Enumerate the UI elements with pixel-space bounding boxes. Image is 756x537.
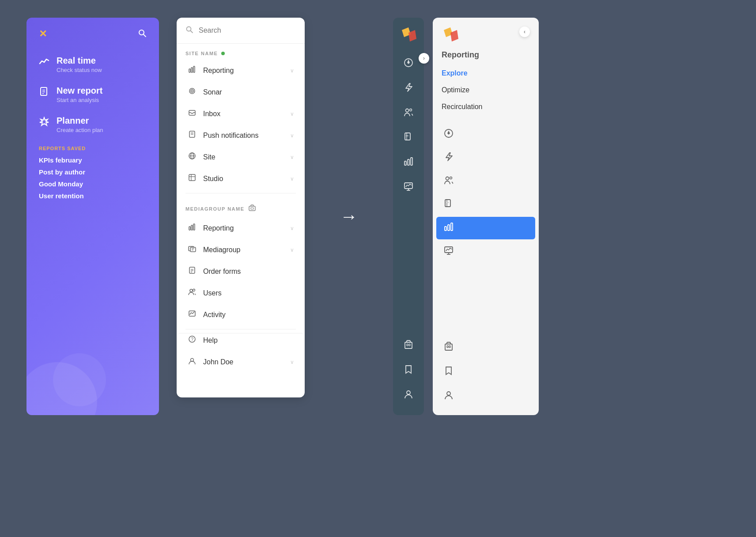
mediagroup-icon: [248, 204, 256, 214]
site-icon: [187, 152, 197, 162]
purple-header: ✕: [39, 28, 147, 40]
svg-rect-35: [189, 267, 195, 273]
menu-mediagroup[interactable]: Mediagroup ∨: [178, 239, 303, 261]
compass-icon-btn[interactable]: [397, 52, 420, 74]
nav-realtime[interactable]: Real time Check status now: [39, 56, 147, 73]
mediagroup-section-header: MEDIAGROUP NAME: [177, 197, 305, 217]
chart-icon-btn[interactable]: [397, 151, 420, 173]
exp-compass-btn[interactable]: [436, 123, 535, 146]
svg-rect-55: [408, 159, 409, 165]
saved-item-2[interactable]: Good Monday: [39, 180, 147, 188]
bolt-icon-btn[interactable]: [397, 76, 420, 98]
menu-divider-1: [185, 193, 296, 193]
search-icon[interactable]: [138, 29, 147, 40]
person-icon-btn[interactable]: [397, 383, 420, 405]
menu-site[interactable]: Site ∨: [178, 146, 303, 168]
svg-point-50: [410, 109, 412, 111]
help-icon: ?: [187, 335, 197, 345]
nav-planner-text: Planner Create action plan: [57, 116, 103, 133]
menu-inbox[interactable]: Inbox ∨: [178, 103, 303, 125]
exp-person-btn[interactable]: [436, 385, 535, 407]
menu-orderforms[interactable]: Order forms: [178, 261, 303, 282]
svg-rect-61: [407, 344, 408, 346]
exp-document-icon: [443, 199, 454, 211]
menu-activity[interactable]: Activity: [178, 304, 303, 325]
menu-users[interactable]: Users: [178, 282, 303, 304]
planner-icon: [39, 117, 49, 130]
menu-push[interactable]: Push notifications ∨: [178, 125, 303, 146]
menu-help[interactable]: ? Help: [178, 333, 303, 351]
transition-arrow: →: [305, 207, 393, 227]
arrow-symbol: →: [340, 207, 358, 227]
svg-point-63: [407, 391, 410, 394]
svg-rect-73: [445, 227, 446, 231]
purple-sidebar: ✕ Real time Check status now: [26, 18, 159, 415]
brand-logo-2: [442, 26, 459, 43]
search-input[interactable]: [199, 26, 296, 34]
expanded-submenu: Explore Optimize Recirculation: [433, 65, 539, 115]
collapse-button[interactable]: ‹: [519, 26, 530, 37]
menu-studio[interactable]: Studio ∨: [178, 168, 303, 189]
sonar-icon: [187, 87, 197, 97]
exp-monitor-btn[interactable]: [436, 240, 535, 263]
document-icon-btn[interactable]: [397, 126, 420, 148]
expand-button[interactable]: ›: [419, 53, 429, 64]
svg-rect-81: [449, 346, 450, 348]
exp-bookmark-btn[interactable]: [436, 360, 535, 383]
bookmark-icon-btn[interactable]: [397, 358, 420, 380]
users-icon: [187, 288, 197, 298]
profile-icon: [187, 357, 197, 367]
arrow-icon: ∨: [290, 176, 294, 182]
exp-bolt-btn[interactable]: [436, 147, 535, 169]
exp-document-btn[interactable]: [436, 193, 535, 216]
svg-rect-32: [190, 247, 196, 252]
submenu-optimize[interactable]: Optimize: [442, 82, 530, 98]
svg-rect-80: [447, 346, 448, 348]
svg-rect-75: [451, 223, 453, 231]
search-bar: [177, 18, 305, 44]
saved-section: REPORTS SAVED KPIs february Post by auth…: [39, 146, 147, 200]
menu-reporting[interactable]: Reporting ∨: [178, 60, 303, 81]
arrow-icon: ∨: [290, 359, 294, 365]
exp-chart-btn[interactable]: [436, 217, 535, 239]
monitor-icon-btn[interactable]: [397, 175, 420, 197]
menu-panel: SITE NAME Reporting ∨ S: [177, 18, 305, 397]
saved-item-1[interactable]: Post by author: [39, 168, 147, 176]
arrow-icon: ∨: [290, 225, 294, 231]
svg-point-69: [450, 177, 452, 179]
svg-rect-8: [189, 69, 190, 72]
menu-divider-2: [185, 329, 296, 329]
nav-newreport[interactable]: New report Start an analysis: [39, 86, 147, 103]
submenu-recirculation[interactable]: Recirculation: [442, 98, 530, 115]
svg-rect-30: [193, 224, 195, 230]
svg-rect-72: [446, 202, 449, 203]
inbox-icon: [187, 109, 197, 119]
menu-mg-reporting[interactable]: Reporting ∨: [178, 217, 303, 239]
close-button[interactable]: ✕: [39, 28, 47, 40]
svg-rect-56: [411, 158, 412, 165]
arrow-icon: ∨: [290, 111, 294, 117]
icon-sidebar: ›: [393, 18, 424, 415]
logo-area: [400, 26, 417, 43]
exp-users-btn[interactable]: [436, 170, 535, 193]
exp-building-btn[interactable]: [436, 336, 535, 359]
users-icon-btn[interactable]: [397, 101, 420, 123]
building-icon-btn[interactable]: [397, 333, 420, 355]
menu-profile[interactable]: John Doe ∨: [178, 351, 303, 373]
expanded-title: Reporting: [433, 50, 539, 65]
saved-item-3[interactable]: User retention: [39, 192, 147, 200]
svg-marker-48: [407, 60, 410, 64]
exp-chart-icon: [443, 222, 454, 234]
exp-bookmark-icon: [443, 366, 454, 378]
svg-marker-67: [447, 131, 450, 135]
submenu-explore[interactable]: Explore: [442, 65, 530, 82]
nav-planner[interactable]: Planner Create action plan: [39, 116, 147, 133]
saved-item-0[interactable]: KPIs february: [39, 156, 147, 164]
exp-monitor-icon: [443, 246, 454, 257]
menu-sonar[interactable]: Sonar: [178, 81, 303, 103]
svg-rect-2: [41, 87, 47, 95]
newreport-icon: [39, 87, 49, 100]
arrow-icon: ∨: [290, 247, 294, 253]
exp-users-icon: [443, 175, 454, 187]
svg-rect-28: [189, 227, 190, 230]
